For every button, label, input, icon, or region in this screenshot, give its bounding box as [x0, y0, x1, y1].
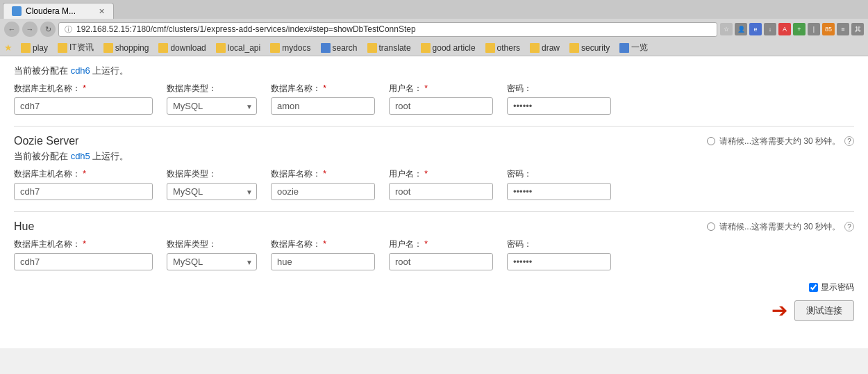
extension4-icon[interactable]: |: [808, 23, 820, 35]
extension5-icon[interactable]: 85: [822, 23, 835, 35]
section2: Oozie Server 请稍候...这将需要大约 30 秒钟。 ? 当前被分配…: [14, 135, 854, 200]
profile-icon[interactable]: 👤: [735, 23, 747, 35]
section2-db-type-wrapper: MySQL PostgreSQL Oracle ▼: [167, 183, 257, 200]
section3-password-group: 密码：: [507, 238, 611, 270]
bookmark-good-article[interactable]: good article: [417, 42, 480, 54]
bookmark-local-api[interactable]: local_api: [212, 42, 265, 54]
section1: 当前被分配在 cdh6 上运行。 数据库主机名称： * 数据库类型： MySQL…: [14, 65, 854, 115]
section3-db-type-select[interactable]: MySQL PostgreSQL Oracle: [167, 253, 257, 270]
section2-hostname: cdh5: [71, 151, 90, 161]
section2-password-group: 密码：: [507, 168, 611, 200]
section3-db-name-group: 数据库名称： *: [271, 238, 375, 270]
bookmark-yilan[interactable]: 一览: [615, 41, 652, 54]
address-bar-row: ← → ↻ ⓘ 192.168.52.15:7180/cmf/clusters/…: [0, 19, 868, 40]
section1-hostname: cdh6: [71, 65, 90, 76]
section2-db-name-group: 数据库名称： *: [271, 168, 375, 200]
bookmark-security[interactable]: security: [565, 42, 614, 54]
section1-db-type-select[interactable]: MySQL PostgreSQL Oracle: [167, 97, 257, 115]
bookmark-play[interactable]: play: [17, 42, 52, 54]
section3-wait-text: 请稍候...这将需要大约 30 秒钟。 ?: [707, 221, 854, 233]
show-password-row: 显示密码: [14, 282, 854, 293]
bookmark-itnews[interactable]: IT资讯: [53, 41, 98, 54]
bookmark-mydocs[interactable]: mydocs: [266, 42, 315, 54]
section3-db-host-group: 数据库主机名称： *: [14, 238, 153, 270]
section2-db-type-select[interactable]: MySQL PostgreSQL Oracle: [167, 183, 257, 200]
section1-db-name-input[interactable]: [271, 97, 375, 115]
bookmark-draw[interactable]: draw: [526, 42, 564, 54]
section2-db-name-input[interactable]: [271, 183, 375, 200]
extension1-icon[interactable]: e: [749, 23, 762, 35]
show-password-checkbox[interactable]: [809, 283, 818, 292]
address-box[interactable]: ⓘ 192.168.52.15:7180/cmf/clusters/1/expr…: [58, 22, 717, 37]
bk-yilan-icon: [619, 43, 629, 53]
section1-db-host-input[interactable]: [14, 97, 153, 115]
tab-favicon: [12, 6, 22, 16]
bk-shopping-icon: [103, 43, 113, 53]
section3-help-icon[interactable]: ?: [844, 222, 854, 231]
section2-db-host-input[interactable]: [14, 183, 153, 200]
bookmarks-bar: ★ play IT资讯 shopping download local_api …: [0, 40, 868, 56]
section3-db-type-label: 数据库类型：: [167, 238, 257, 250]
section1-username-star: *: [424, 83, 428, 93]
section2-radio-icon: [707, 137, 715, 145]
tab-close-btn[interactable]: ✕: [99, 7, 105, 16]
bk-security-label: security: [581, 43, 610, 53]
section2-db-host-label: 数据库主机名称： *: [14, 168, 153, 180]
section1-db-type-label: 数据库类型：: [167, 83, 257, 95]
section2-db-name-label: 数据库名称： *: [271, 168, 375, 180]
divider2: [14, 211, 854, 212]
bk-mydocs-label: mydocs: [282, 43, 310, 53]
bk-shopping-label: shopping: [115, 43, 149, 53]
bookmark-translate[interactable]: translate: [363, 42, 415, 54]
adblock-icon[interactable]: A: [778, 23, 791, 35]
section1-db-host-group: 数据库主机名称： *: [14, 83, 153, 115]
browser-tab[interactable]: Cloudera M... ✕: [3, 3, 114, 19]
bottom-actions: ➔ 测试连接: [14, 293, 854, 327]
extension3-icon[interactable]: +: [793, 23, 806, 35]
back-btn[interactable]: ←: [4, 22, 19, 37]
section3-password-label: 密码：: [507, 238, 611, 250]
section3-db-type-group: 数据库类型： MySQL PostgreSQL Oracle ▼: [167, 238, 257, 270]
bookmark-star-icon[interactable]: ☆: [720, 23, 733, 35]
section1-db-name-group: 数据库名称： *: [271, 83, 375, 115]
section1-password-label: 密码：: [507, 83, 611, 95]
section2-username-input[interactable]: [389, 183, 493, 200]
bk-itnews-icon: [58, 43, 67, 53]
menu-icon[interactable]: ≡: [837, 23, 849, 35]
section3: Hue 请稍候...这将需要大约 30 秒钟。 ? 数据库主机名称： * 数据库…: [14, 220, 854, 270]
bk-goodarticle-icon: [421, 43, 431, 53]
section3-username-input[interactable]: [389, 253, 493, 270]
bk-draw-label: draw: [542, 43, 560, 53]
section2-password-input[interactable]: [507, 183, 611, 200]
page-content: 当前被分配在 cdh6 上运行。 数据库主机名称： * 数据库类型： MySQL…: [0, 56, 868, 348]
section1-db-type-wrapper: MySQL PostgreSQL Oracle ▼: [167, 97, 257, 115]
section2-header: Oozie Server 请稍候...这将需要大约 30 秒钟。 ?: [14, 135, 854, 147]
section3-password-input[interactable]: [507, 253, 611, 270]
section3-radio-icon: [707, 222, 715, 231]
section1-status: 当前被分配在 cdh6 上运行。: [14, 65, 854, 77]
extension2-icon[interactable]: ↓: [764, 23, 776, 35]
bk-goodarticle-label: good article: [433, 43, 476, 53]
section3-db-host-input[interactable]: [14, 253, 153, 270]
section3-db-name-input[interactable]: [271, 253, 375, 270]
bk-translate-icon: [367, 43, 377, 53]
section1-password-input[interactable]: [507, 97, 611, 115]
section2-db-host-star: *: [83, 169, 86, 179]
bookmark-search[interactable]: search: [317, 42, 362, 54]
bookmark-others[interactable]: others: [481, 42, 524, 54]
section1-username-input[interactable]: [389, 97, 493, 115]
section2-help-icon[interactable]: ?: [844, 136, 854, 146]
refresh-btn[interactable]: ↻: [40, 22, 56, 37]
section1-username-group: 用户名： *: [389, 83, 493, 115]
lock-icon: ⓘ: [65, 24, 72, 35]
test-connection-button[interactable]: 测试连接: [794, 300, 854, 321]
section1-db-name-label: 数据库名称： *: [271, 83, 375, 95]
section3-db-host-label: 数据库主机名称： *: [14, 238, 153, 250]
bookmark-download[interactable]: download: [154, 42, 210, 54]
forward-btn[interactable]: →: [22, 22, 37, 37]
section1-form-row: 数据库主机名称： * 数据库类型： MySQL PostgreSQL Oracl…: [14, 83, 854, 115]
section2-username-star: *: [424, 169, 428, 179]
pin-icon[interactable]: 其: [851, 23, 864, 35]
bookmark-shopping[interactable]: shopping: [99, 42, 153, 54]
bk-download-icon: [158, 43, 168, 53]
